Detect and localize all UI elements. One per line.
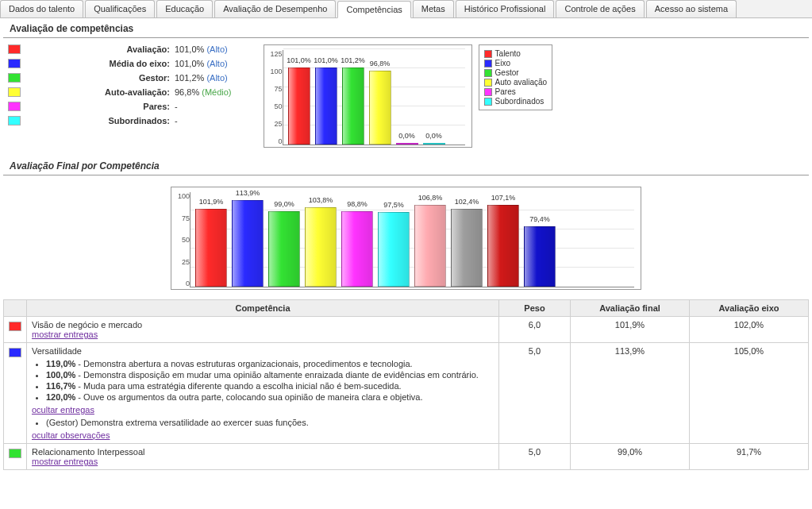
metric-swatch (8, 44, 21, 54)
section-title-final-por-competencia: Avaliação Final por Competência (3, 156, 809, 175)
legend-item: Eixo (484, 59, 548, 67)
summary-chart-block: 1251007550250 101,0%101,0%101,2%96,8%0,0… (264, 44, 553, 148)
th-competencia: Competência (27, 300, 499, 317)
metric-value: 101,0% (Alto) (175, 44, 232, 54)
delivery-item: 100,0% - Demonstra disposição em mudar u… (46, 370, 494, 380)
tab-educa-o[interactable]: Educação (156, 0, 213, 17)
legend-item: Gestor (484, 68, 548, 77)
summary-chart: 1251007550250 101,0%101,0%101,2%96,8%0,0… (264, 44, 472, 148)
delivery-item: 119,0% - Demonstra abertura a novas estr… (46, 359, 494, 368)
cell-eixo: 105,0% (690, 343, 809, 444)
cell-peso: 5,0 (499, 343, 571, 444)
metric-label: Gestor: (27, 73, 170, 83)
legend-item: Subordinados (484, 97, 548, 106)
tab-compet-ncias[interactable]: Competências (337, 1, 410, 18)
chart-bar: 98,8% (341, 211, 373, 287)
th-peso: Peso (499, 300, 571, 317)
th-eixo: Avaliação eixo (690, 300, 809, 317)
observation-item: (Gestor) Demonstra extrema versatilidade… (46, 418, 494, 427)
chart-bar: 101,0% (288, 67, 310, 145)
legend-item: Pares (484, 87, 548, 96)
hide-deliveries-link[interactable]: ocultar entregas (32, 405, 94, 415)
chart-bar: 113,9% (232, 200, 264, 287)
metric-label: Avaliação: (27, 44, 170, 54)
section-title-avaliacao: Avaliação de competências (3, 18, 809, 38)
delivery-item: 116,7% - Muda para uma estratégia difere… (46, 381, 494, 391)
competency-table: Competência Peso Avaliação final Avaliaç… (3, 299, 809, 470)
table-row: Relacionamento Interpessoalmostrar entre… (4, 444, 809, 470)
tab-dados-do-talento[interactable]: Dados do talento (0, 0, 83, 17)
tab-hist-rico-profissional[interactable]: Histórico Profissional (456, 0, 555, 17)
table-row: Visão de negócio e mercadomostrar entreg… (4, 317, 809, 343)
th-color (4, 300, 27, 317)
metric-label: Auto-avaliação: (27, 87, 170, 97)
tab-bar: Dados do talentoQualificaçõesEducaçãoAva… (0, 0, 812, 18)
tab-qualifica-es[interactable]: Qualificações (85, 0, 155, 17)
cell-peso: 5,0 (499, 444, 571, 470)
th-final: Avaliação final (571, 300, 690, 317)
metric-value: 101,0% (Alto) (175, 59, 232, 68)
competency-chart: 1007550250 101,9%113,9%99,0%103,8%98,8%9… (171, 187, 641, 290)
chart-bar: 106,8% (414, 205, 446, 287)
competency-title: Versatilidade (32, 346, 494, 356)
metric-value: - (175, 102, 232, 111)
metric-swatch (8, 102, 21, 111)
competency-title: Visão de negócio e mercado (32, 320, 494, 330)
metric-value: - (175, 116, 232, 125)
row-swatch (9, 322, 21, 331)
metric-swatch (8, 59, 21, 68)
metric-label: Pares: (27, 102, 170, 111)
cell-peso: 6,0 (499, 317, 571, 343)
cell-final: 99,0% (571, 444, 690, 470)
metrics-grid: Avaliação:101,0% (Alto)Média do eixo:101… (8, 44, 232, 125)
metric-swatch (8, 116, 21, 125)
tab-metas[interactable]: Metas (413, 0, 454, 17)
chart-bar: 101,0% (315, 67, 337, 145)
metric-value: 101,2% (Alto) (175, 73, 232, 83)
show-deliveries-link[interactable]: mostrar entregas (32, 330, 98, 339)
cell-eixo: 91,7% (690, 444, 809, 470)
tab-controle-de-a-es[interactable]: Controle de ações (556, 0, 644, 17)
metric-value: 96,8% (Médio) (175, 87, 232, 97)
chart-bar: 96,8% (369, 71, 391, 145)
metric-label: Média do eixo: (27, 59, 170, 68)
chart-bar: 107,1% (487, 205, 519, 287)
chart-bar: 0,0% (423, 143, 445, 145)
legend-item: Talento (484, 49, 548, 58)
chart-bar: 0,0% (396, 143, 418, 145)
table-row: Versatilidade119,0% - Demonstra abertura… (4, 343, 809, 444)
legend-item: Auto avaliação (484, 78, 548, 87)
cell-final: 113,9% (571, 343, 690, 444)
show-deliveries-link[interactable]: mostrar entregas (32, 457, 98, 466)
tab-acesso-ao-sistema[interactable]: Acesso ao sistema (646, 0, 737, 17)
chart-bar: 102,4% (451, 209, 483, 287)
competency-title: Relacionamento Interpessoal (32, 447, 494, 457)
tab-avalia-o-de-desempenho[interactable]: Avaliação de Desempenho (214, 0, 336, 17)
chart-bar: 101,2% (342, 67, 364, 145)
hide-observations-link[interactable]: ocultar observações (32, 430, 110, 440)
chart-bar: 79,4% (524, 226, 556, 287)
chart-bar: 97,5% (378, 212, 410, 287)
cell-final: 101,9% (571, 317, 690, 343)
chart-legend: TalentoEixoGestorAuto avaliaçãoParesSubo… (479, 44, 553, 110)
chart-bar: 103,8% (305, 207, 337, 287)
metric-label: Subordinados: (27, 116, 170, 125)
cell-eixo: 102,0% (690, 317, 809, 343)
row-swatch (9, 348, 21, 357)
chart-bar: 99,0% (268, 211, 300, 287)
row-swatch (9, 449, 21, 458)
delivery-item: 120,0% - Ouve os argumentos da outra par… (46, 392, 494, 402)
chart-bar: 101,9% (195, 209, 227, 287)
metric-swatch (8, 73, 21, 83)
metric-swatch (8, 87, 21, 97)
